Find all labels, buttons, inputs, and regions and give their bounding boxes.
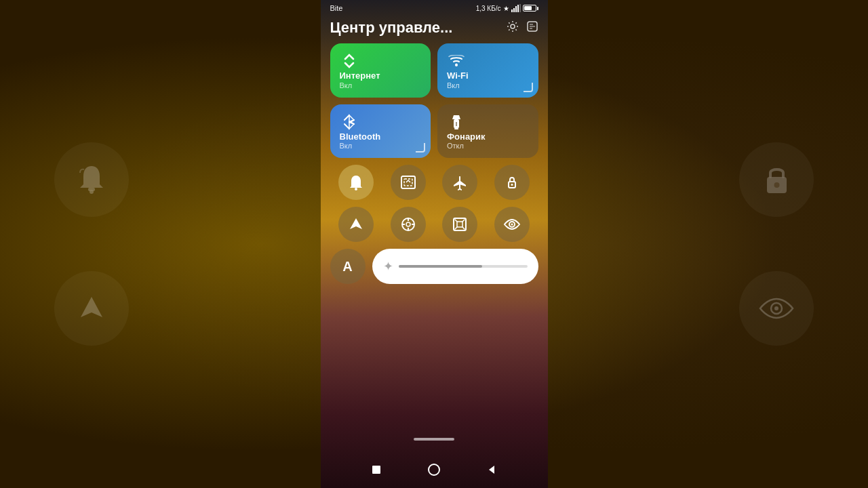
internet-sublabel: Вкл <box>340 81 422 89</box>
flashlight-sublabel: Откл <box>447 142 529 150</box>
svg-point-18 <box>511 184 513 186</box>
svg-rect-4 <box>513 8 515 12</box>
svg-rect-5 <box>515 6 517 12</box>
screenshot-btn[interactable] <box>391 165 426 200</box>
svg-point-10 <box>455 64 458 66</box>
toggle-row-1: Интернет Вкл <box>330 43 538 98</box>
flashlight-label: Фонарик <box>447 131 529 142</box>
phone-screen: Bite 1,3 КБ/с ★ <box>321 0 548 488</box>
battery-icon <box>523 5 538 12</box>
title-actions <box>506 20 538 37</box>
fullscreen-btn[interactable] <box>442 207 477 242</box>
svg-rect-27 <box>457 222 462 227</box>
flashlight-icon <box>447 113 466 131</box>
svg-point-36 <box>774 306 778 310</box>
bg-lock-icon <box>739 142 814 217</box>
wifi-sublabel: Вкл <box>447 81 529 89</box>
wifi-toggle[interactable]: Wi-Fi Вкл <box>437 43 538 98</box>
bluetooth-toggle[interactable]: Bluetooth Вкл <box>330 104 431 159</box>
flashlight-text: Фонарик Откл <box>447 131 529 150</box>
bluetooth-icon <box>340 113 359 131</box>
status-bar: Bite 1,3 КБ/с ★ <box>321 0 548 15</box>
svg-marker-2 <box>81 297 102 317</box>
svg-point-34 <box>774 182 779 188</box>
svg-rect-7 <box>519 4 521 12</box>
svg-marker-19 <box>350 218 362 229</box>
home-indicator-line <box>414 438 454 441</box>
wifi-expand <box>524 83 533 92</box>
brightness-slider[interactable]: ✦ <box>372 249 538 284</box>
brightness-row: A ✦ <box>321 249 548 291</box>
bluetooth-sublabel: Вкл <box>340 142 422 150</box>
bluetooth-expand <box>416 143 425 152</box>
bg-bell-icon <box>54 142 129 217</box>
status-right: 1,3 КБ/с ★ <box>476 4 538 12</box>
svg-rect-15 <box>401 176 415 188</box>
brightness-sun-icon: ✦ <box>383 259 393 274</box>
bluetooth-text: Bluetooth Вкл <box>340 131 422 150</box>
svg-point-14 <box>355 188 357 190</box>
wifi-label: Wi-Fi <box>447 70 529 81</box>
eye-mode-btn[interactable] <box>494 207 530 242</box>
edit-icon[interactable] <box>526 20 538 36</box>
bg-location-icon <box>54 271 129 346</box>
svg-marker-11 <box>452 115 460 119</box>
small-icons-row-1 <box>321 158 548 207</box>
font-size-btn[interactable]: A <box>330 249 366 284</box>
home-indicator-area <box>321 291 548 454</box>
page-title: Центр управле... <box>330 19 453 37</box>
toggles-section: Интернет Вкл <box>321 43 548 158</box>
title-row: Центр управле... <box>321 15 548 43</box>
notifications-btn[interactable] <box>338 165 374 200</box>
bg-eye-icon <box>739 271 814 346</box>
svg-marker-32 <box>489 466 494 474</box>
internet-text: Интернет Вкл <box>340 70 422 89</box>
speed-indicator: 1,3 КБ/с <box>476 5 501 12</box>
svg-point-21 <box>406 222 410 226</box>
flashlight-toggle[interactable]: Фонарик Откл <box>437 104 538 159</box>
internet-label: Интернет <box>340 70 422 81</box>
bluetooth-label: Bluetooth <box>340 131 422 142</box>
bg-icons-left <box>0 142 129 346</box>
signal-icon <box>511 4 521 12</box>
nav-bar <box>321 454 548 488</box>
svg-rect-30 <box>372 466 380 474</box>
wifi-icon <box>447 52 466 70</box>
rotation-lock-btn[interactable] <box>494 165 530 200</box>
internet-icon <box>340 52 359 70</box>
location-btn[interactable] <box>338 207 374 242</box>
bg-icons-right <box>739 142 868 346</box>
carrier-name: Bite <box>330 4 343 12</box>
svg-rect-3 <box>511 9 513 12</box>
svg-point-29 <box>511 224 513 226</box>
internet-toggle[interactable]: Интернет Вкл <box>330 43 431 98</box>
stop-btn[interactable] <box>366 460 387 480</box>
background-layer: Bite 1,3 КБ/с ★ <box>0 0 868 488</box>
settings-icon[interactable] <box>506 20 519 37</box>
back-btn[interactable] <box>481 460 502 480</box>
home-btn[interactable] <box>424 460 444 480</box>
brightness-track <box>399 265 528 268</box>
small-icons-row-2 <box>321 207 548 249</box>
svg-point-8 <box>511 24 515 28</box>
airplane-btn[interactable] <box>442 165 477 200</box>
toggle-row-2: Bluetooth Вкл <box>330 104 538 159</box>
screen-lock-btn[interactable] <box>391 207 426 242</box>
svg-rect-6 <box>517 5 519 12</box>
font-a-label: A <box>342 259 352 274</box>
svg-point-31 <box>429 464 439 475</box>
wifi-text: Wi-Fi Вкл <box>447 70 529 89</box>
bluetooth-icon: ★ <box>503 5 509 12</box>
svg-point-1 <box>90 190 94 194</box>
phone-frame: Bite 1,3 КБ/с ★ <box>321 0 548 488</box>
